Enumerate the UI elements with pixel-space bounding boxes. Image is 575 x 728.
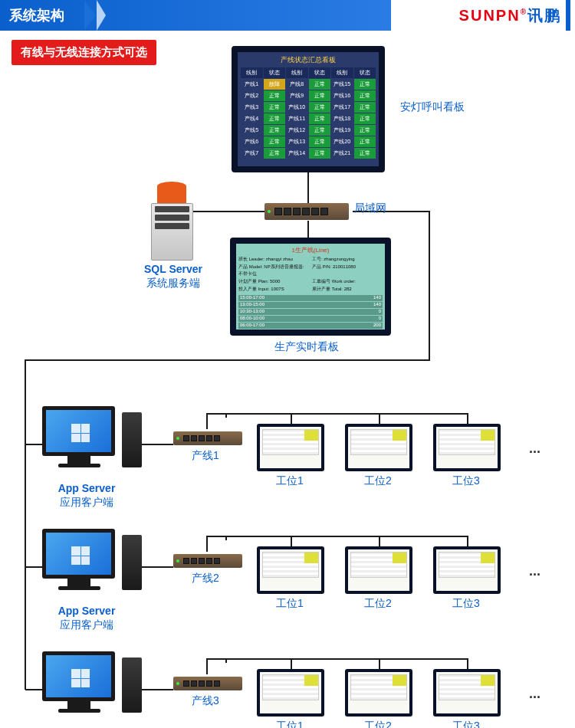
workstation-2-1 — [257, 546, 324, 594]
client-pc-1 — [42, 406, 142, 479]
ellipsis-1: ... — [529, 441, 540, 457]
client-label-1: App Server应用客户端 — [44, 481, 129, 509]
status-board-title: 产线状态汇总看板 — [241, 55, 376, 65]
workstation-1-2 — [345, 424, 412, 471]
server-label: SQL Server系统服务端 — [131, 262, 215, 290]
prod-board-title: 1生产线(Line) — [238, 246, 383, 254]
workstation-2-3 — [433, 546, 501, 594]
lan-label: 局域网 — [354, 201, 386, 215]
workstation-label-3-2: 工位2 — [364, 719, 392, 728]
line-switch-label-3: 产线3 — [192, 694, 219, 707]
workstation-label-2-2: 工位2 — [364, 596, 392, 610]
workstation-label-3-1: 工位1 — [276, 719, 304, 728]
line-switch-1 — [173, 431, 242, 445]
workstation-1-3 — [433, 424, 501, 471]
workstation-3-2 — [345, 669, 412, 717]
line-switch-2 — [173, 554, 242, 568]
production-board-monitor: 1生产线(Line) 班长 Leader: zhangyi zhao工号: zh… — [230, 238, 391, 336]
status-board-monitor: 产线状态汇总看板 线别状态线别状态线别状态产线1故障产线8正常产线15正常产线2… — [232, 46, 385, 172]
workstation-3-3 — [433, 669, 501, 717]
client-pc-3 — [42, 651, 142, 724]
lan-switch — [264, 203, 349, 220]
line-switch-label-2: 产线2 — [192, 571, 219, 585]
brand-stripe: SUNPN®讯鹏 — [391, 0, 575, 31]
page-title: 系统架构 — [9, 6, 64, 25]
sql-server — [146, 195, 199, 261]
workstation-1-1 — [257, 424, 324, 471]
client-label-2: App Server应用客户端 — [44, 604, 129, 631]
workstation-label-2-3: 工位3 — [452, 596, 480, 610]
workstation-label-2-1: 工位1 — [276, 596, 304, 610]
brand-logo: SUNPN®讯鹏 — [459, 5, 561, 26]
header-bar: 系统架构 SUNPN®讯鹏 — [0, 0, 575, 31]
workstation-3-1 — [257, 669, 324, 717]
status-grid: 线别状态线别状态线别状态产线1故障产线8正常产线15正常产线2正常产线9正常产线… — [241, 67, 376, 159]
connection-badge: 有线与无线连接方式可选 — [12, 40, 156, 65]
line-switch-3 — [173, 677, 242, 690]
status-board-label: 安灯呼叫看板 — [400, 100, 465, 113]
ellipsis-3: ... — [529, 686, 540, 702]
line-switch-label-1: 产线1 — [192, 448, 219, 462]
diagram-canvas: 有线与无线连接方式可选 产线状 — [0, 31, 575, 728]
workstation-label-3-3: 工位3 — [452, 719, 480, 728]
workstation-label-1-3: 工位3 — [452, 474, 480, 487]
workstation-2-2 — [345, 546, 412, 594]
client-pc-2 — [42, 529, 142, 602]
ellipsis-2: ... — [529, 563, 540, 579]
workstation-label-1-1: 工位1 — [276, 474, 304, 487]
prod-board-label: 生产实时看板 — [274, 339, 339, 353]
workstation-label-1-2: 工位2 — [364, 474, 392, 487]
